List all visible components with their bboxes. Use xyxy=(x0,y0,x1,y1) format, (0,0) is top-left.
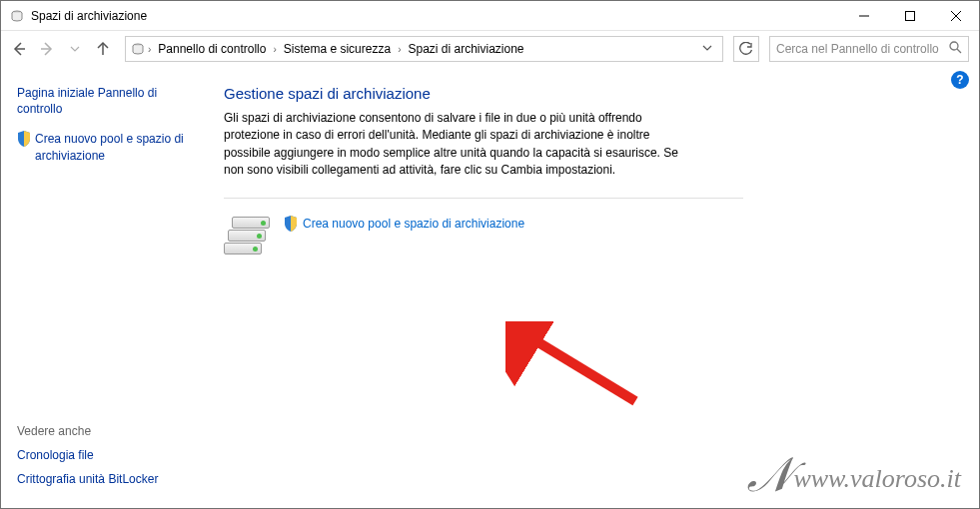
titlebar: Spazi di archiviazione xyxy=(1,1,979,31)
sidebar-link-create-pool[interactable]: Crea nuovo pool e spazio di archiviazion… xyxy=(17,131,194,163)
navigation-bar: › Pannello di controllo › Sistema e sicu… xyxy=(1,31,979,67)
maximize-button[interactable] xyxy=(887,1,933,30)
svg-line-10 xyxy=(957,49,961,53)
chevron-right-icon[interactable]: › xyxy=(271,44,278,55)
divider xyxy=(224,198,743,199)
search-icon xyxy=(949,41,962,57)
watermark-monogram: 𝒩 xyxy=(748,456,787,494)
chevron-right-icon[interactable]: › xyxy=(146,44,153,55)
sidebar: Pagina iniziale Pannello di controllo Cr… xyxy=(1,67,206,508)
breadcrumb-item[interactable]: Spazi di archiviazione xyxy=(403,42,528,56)
sidebar-link-label: Pagina iniziale Pannello di controllo xyxy=(17,85,194,117)
back-button[interactable] xyxy=(7,37,31,61)
svg-point-9 xyxy=(950,42,958,50)
sidebar-link-bitlocker[interactable]: Crittografia unità BitLocker xyxy=(17,472,194,486)
refresh-button[interactable] xyxy=(733,36,759,62)
search-placeholder: Cerca nel Pannello di controllo xyxy=(776,42,949,56)
forward-button[interactable] xyxy=(35,37,59,61)
create-pool-link[interactable]: Crea nuovo pool e spazio di archiviazion… xyxy=(284,216,524,232)
window-controls xyxy=(841,1,979,30)
address-dropdown[interactable] xyxy=(696,42,718,56)
breadcrumb-item[interactable]: Pannello di controllo xyxy=(153,42,271,56)
shield-icon xyxy=(17,131,31,147)
storage-spaces-title-icon xyxy=(9,8,25,24)
recent-dropdown[interactable] xyxy=(63,37,87,61)
watermark-text: www.valoroso.it xyxy=(793,464,961,494)
storage-spaces-addr-icon xyxy=(130,41,146,57)
help-icon[interactable]: ? xyxy=(951,71,969,89)
svg-line-11 xyxy=(523,333,635,401)
up-button[interactable] xyxy=(91,37,115,61)
address-bar[interactable]: › Pannello di controllo › Sistema e sicu… xyxy=(125,36,723,62)
window-title: Spazi di archiviazione xyxy=(31,9,841,23)
sidebar-link-file-history[interactable]: Cronologia file xyxy=(17,448,194,462)
chevron-right-icon[interactable]: › xyxy=(396,44,403,55)
page-description: Gli spazi di archiviazione consentono di… xyxy=(224,110,698,180)
create-pool-link-label: Crea nuovo pool e spazio di archiviazion… xyxy=(303,217,524,231)
sidebar-link-control-panel-home[interactable]: Pagina iniziale Pannello di controllo xyxy=(17,85,194,117)
main-panel: ? Gestione spazi di archiviazione Gli sp… xyxy=(206,67,979,508)
breadcrumb-item[interactable]: Sistema e sicurezza xyxy=(279,42,396,56)
annotation-arrow xyxy=(505,321,645,411)
minimize-button[interactable] xyxy=(841,1,887,30)
shield-icon xyxy=(284,216,298,232)
create-pool-row: Crea nuovo pool e spazio di archiviazion… xyxy=(224,213,955,258)
page-heading: Gestione spazi di archiviazione xyxy=(224,85,955,102)
search-input[interactable]: Cerca nel Pannello di controllo xyxy=(769,36,969,62)
svg-rect-2 xyxy=(906,11,915,20)
content-area: Pagina iniziale Pannello di controllo Cr… xyxy=(1,67,979,508)
sidebar-link-label: Crea nuovo pool e spazio di archiviazion… xyxy=(35,131,194,163)
close-button[interactable] xyxy=(933,1,979,30)
see-also-heading: Vedere anche xyxy=(17,424,194,438)
storage-drives-icon xyxy=(224,213,270,258)
watermark: 𝒩 www.valoroso.it xyxy=(748,456,961,494)
